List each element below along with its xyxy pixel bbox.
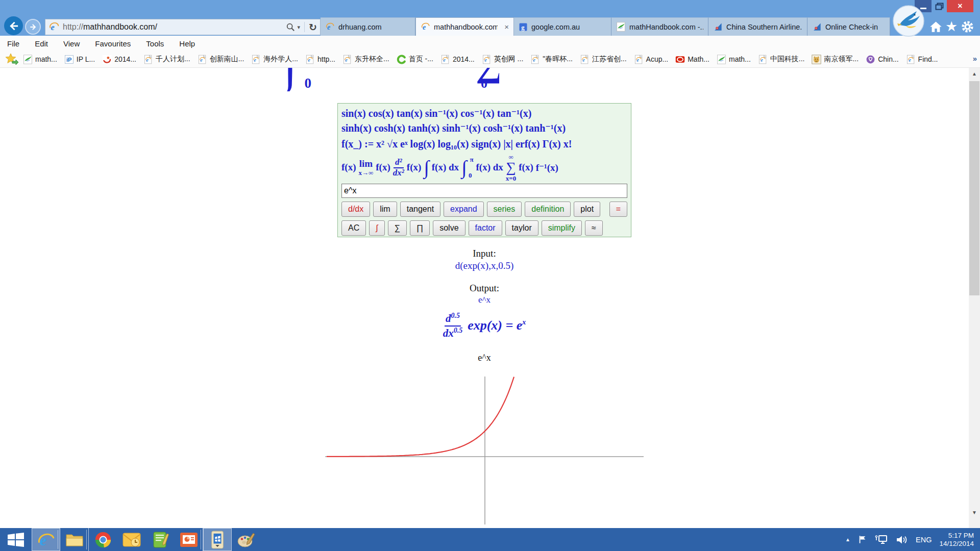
tab-google-com-au[interactable]: ggoogle.com.au <box>514 17 611 36</box>
favorites-button[interactable]: ★ <box>944 18 959 35</box>
calc-button-ac[interactable]: AC <box>341 220 366 236</box>
favorite-item-9[interactable]: e2014... <box>437 53 478 66</box>
address-bar[interactable]: e http://mathhandbook.com/ ▾ ↻ <box>45 19 321 35</box>
favorite-item-6[interactable]: ehttp... <box>302 53 339 66</box>
scrollbar-up-icon[interactable]: ▲ <box>969 68 980 79</box>
search-dropdown-icon[interactable]: ▾ <box>298 24 301 31</box>
taskbar-app-notes[interactable] <box>146 528 175 551</box>
scrollbar-thumb[interactable] <box>969 81 979 295</box>
taskbar-app-file-explorer[interactable] <box>60 528 89 551</box>
tab-china-southern-airline-[interactable]: China Southern Airline... <box>708 17 807 36</box>
tab-online-check-in[interactable]: Online Check-in <box>807 17 890 36</box>
calc-button-∫[interactable]: ∫ <box>369 220 384 236</box>
fx-link[interactable]: f(x) <box>519 162 533 173</box>
menu-item-view[interactable]: View <box>63 39 80 48</box>
trig-functions-row[interactable]: sin(x) cos(x) tan(x) sin⁻¹(x) cos⁻¹(x) t… <box>341 106 627 120</box>
tab-mathhandbook-com[interactable]: emathhandbook.com× <box>415 17 514 36</box>
calc-button-solve[interactable]: solve <box>433 220 465 236</box>
home-button[interactable] <box>928 18 943 35</box>
calc-button-ddx[interactable]: d/dx <box>341 202 370 217</box>
favorite-item-8[interactable]: 首页 -... <box>393 53 437 66</box>
menu-item-favourites[interactable]: Favourites <box>95 39 131 48</box>
favorite-item-16[interactable]: e中国科技... <box>754 53 808 66</box>
restore-button[interactable] <box>934 0 945 12</box>
browser-bird-logo[interactable] <box>892 5 925 37</box>
favorite-item-13[interactable]: eAcup... <box>630 53 672 66</box>
network-icon[interactable] <box>875 535 888 545</box>
forward-button[interactable] <box>25 19 41 35</box>
taskbar-app-chrome[interactable] <box>89 528 117 551</box>
calc-button-tangent[interactable]: tangent <box>400 202 440 217</box>
volume-icon[interactable] <box>896 535 908 545</box>
elementary-functions-row[interactable]: f(x_) := x² √x eˣ log(x) log₁₀(x) sign(x… <box>341 136 627 153</box>
close-button[interactable]: × <box>947 0 973 12</box>
calc-button-plot[interactable]: plot <box>574 202 600 217</box>
favorite-item-19[interactable]: eFind... <box>902 53 942 66</box>
calc-button-=[interactable]: = <box>609 202 627 217</box>
favorite-item-4[interactable]: e创新南山... <box>194 53 248 66</box>
output-expression-link[interactable]: e^x <box>337 295 631 305</box>
taskbar-app-device[interactable] <box>203 528 232 551</box>
favorite-item-18[interactable]: Chin... <box>862 53 902 66</box>
second-derivative-operator[interactable]: d² dx² <box>393 158 404 178</box>
input-expression-link[interactable]: d(exp(x),x,0.5) <box>337 260 631 271</box>
favorite-item-15[interactable]: math... <box>713 53 754 66</box>
taskbar-app-paint[interactable] <box>232 528 260 551</box>
calc-button-≈[interactable]: ≈ <box>585 220 603 236</box>
calc-button-series[interactable]: series <box>487 202 522 217</box>
integral-operator[interactable]: ∫ <box>424 158 429 177</box>
fx-link[interactable]: f(x) <box>341 162 356 173</box>
tab-drhuang-com[interactable]: edrhuang.com <box>321 17 415 36</box>
menu-item-file[interactable]: File <box>7 39 19 48</box>
search-icon[interactable] <box>286 22 295 32</box>
url-text[interactable]: http://mathhandbook.com/ <box>63 22 286 32</box>
menu-item-tools[interactable]: Tools <box>146 39 164 48</box>
sum-operator[interactable]: ∞ ∑ x=0 <box>506 154 516 182</box>
menu-item-edit[interactable]: Edit <box>35 39 48 48</box>
favorite-item-11[interactable]: e"春晖杯... <box>527 53 576 66</box>
hyperbolic-functions-row[interactable]: sinh(x) cosh(x) tanh(x) sinh⁻¹(x) cosh⁻¹… <box>341 120 627 136</box>
taskbar-app-powerpoint[interactable] <box>175 528 203 551</box>
vertical-scrollbar[interactable]: ▲ ▼ <box>969 68 980 528</box>
scrollbar-down-icon[interactable]: ▼ <box>969 507 980 518</box>
calc-button-∑[interactable]: ∑ <box>388 220 407 236</box>
favorite-item-12[interactable]: e江苏省创... <box>576 53 630 66</box>
favorites-overflow-chevron[interactable]: » <box>973 54 977 63</box>
start-button[interactable] <box>0 528 32 551</box>
favorite-item-14[interactable]: Math... <box>672 53 713 66</box>
show-hidden-icons[interactable]: ▲ <box>845 537 850 542</box>
calc-button-expand[interactable]: expand <box>444 202 484 217</box>
language-indicator[interactable]: ENG <box>916 536 932 544</box>
action-center-flag-icon[interactable] <box>858 535 867 544</box>
favorite-item-10[interactable]: e英创网 ... <box>478 53 527 66</box>
favorite-item-7[interactable]: e东升杯全... <box>339 53 393 66</box>
settings-button[interactable] <box>960 18 975 35</box>
favorite-item-2[interactable]: 2014... <box>99 53 140 66</box>
taskbar-clock[interactable]: 5:17 PM 14/12/2014 <box>939 532 974 548</box>
menu-item-help[interactable]: Help <box>179 39 195 48</box>
favorite-item-3[interactable]: e千人计划... <box>140 53 194 66</box>
calc-button-taylor[interactable]: taylor <box>505 220 538 236</box>
definite-integral-operator[interactable]: ∫π0 <box>461 158 473 177</box>
fx-dx-link[interactable]: f(x) dx <box>432 162 459 173</box>
calc-button-lim[interactable]: lim <box>373 202 397 217</box>
favorites-bar-icon[interactable] <box>4 53 19 65</box>
expression-input[interactable] <box>341 184 627 198</box>
favorite-item-1[interactable]: iPIP L... <box>61 53 99 66</box>
favorite-item-5[interactable]: e海外学人... <box>248 53 302 66</box>
favorite-item-0[interactable]: math... <box>19 53 61 66</box>
calc-button-definition[interactable]: definition <box>525 202 571 217</box>
inverse-function-link[interactable]: f⁻¹(x) <box>536 162 558 173</box>
calc-button-∏[interactable]: ∏ <box>410 220 430 236</box>
fx-dx-link[interactable]: f(x) dx <box>476 162 503 173</box>
limit-operator[interactable]: lim x→∞ <box>358 159 373 176</box>
taskbar-app-ie[interactable]: e <box>32 528 60 551</box>
favorite-item-17[interactable]: 南京领军... <box>808 53 862 66</box>
back-button[interactable] <box>4 16 23 35</box>
fx-link[interactable]: f(x) <box>376 162 390 173</box>
tab-mathhandbook-com-[interactable]: mathHandbook.com -... <box>611 17 708 36</box>
fx-link[interactable]: f(x) <box>407 162 421 173</box>
refresh-icon[interactable]: ↻ <box>309 21 317 33</box>
calc-button-simplify[interactable]: simplify <box>542 220 582 236</box>
taskbar-app-outlook[interactable] <box>117 528 146 551</box>
